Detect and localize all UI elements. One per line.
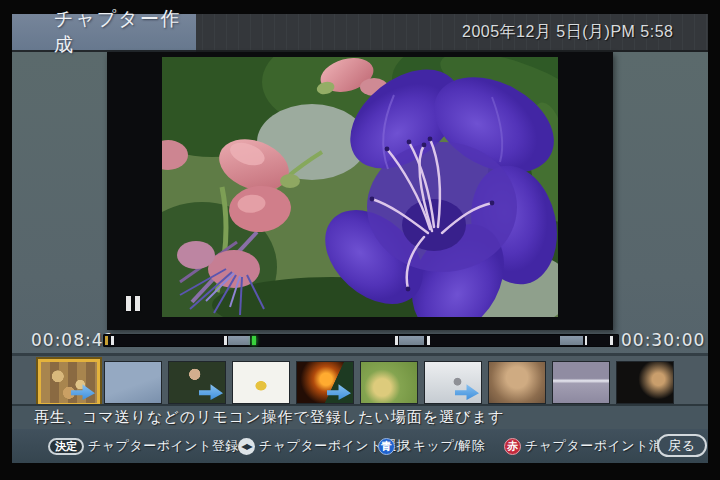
chapter-tick xyxy=(610,336,612,345)
skip-segment xyxy=(399,336,425,345)
instruction-bar: 再生、コマ送りなどのリモコン操作で登録したい場面を選びます xyxy=(12,404,708,429)
thumbnail-crowd-scene[interactable] xyxy=(40,361,98,404)
controls-bar: 決定 チャプターポイント登録 ◀▶ チャプターポイント選択 青 スキップ/解除 … xyxy=(12,429,708,463)
timeline-bar[interactable] xyxy=(103,334,619,347)
skip-segment xyxy=(560,336,583,345)
thumbnail-portrait-blur[interactable] xyxy=(488,361,546,404)
thumbnail-blue-sky[interactable] xyxy=(104,361,162,404)
video-frame[interactable] xyxy=(162,57,558,317)
thumbnail-news-anchor[interactable] xyxy=(168,361,226,404)
tv-screen: { "title_bar": { "title": "チャプター作成", "da… xyxy=(0,0,720,480)
skip-toggle-label: スキップ/解除 xyxy=(399,437,485,455)
page-title: チャプター作成 xyxy=(54,6,196,58)
page-title-panel: チャプター作成 xyxy=(12,14,196,52)
chapter-tick xyxy=(427,336,429,345)
skip-segment xyxy=(228,336,250,345)
total-time: 00:30:00 xyxy=(621,330,705,350)
skip-arrow-icon xyxy=(327,383,351,400)
start-marker xyxy=(105,336,108,345)
skip-toggle-control[interactable]: 青 スキップ/解除 xyxy=(378,429,485,463)
thumbnail-bright-figure[interactable] xyxy=(424,361,482,404)
red-button-icon: 赤 xyxy=(504,438,521,455)
chapter-tick xyxy=(111,336,113,345)
playhead-marker xyxy=(252,336,257,345)
pause-icon xyxy=(126,296,140,311)
chapter-tick xyxy=(224,336,226,345)
instruction-text: 再生、コマ送りなどのリモコン操作で登録したい場面を選びます xyxy=(34,408,504,427)
thumbnail-fire-scene[interactable] xyxy=(296,361,354,404)
datetime-label: 2005年12月 5日(月)PM 5:58 xyxy=(462,22,673,43)
thumbnail-purple-streak[interactable] xyxy=(552,361,610,404)
skip-arrow-icon xyxy=(455,383,479,400)
back-button[interactable]: 戻る xyxy=(657,434,707,457)
titlebar-datetime-area: 2005年12月 5日(月)PM 5:58 xyxy=(196,14,708,52)
left-right-arrows-icon: ◀▶ xyxy=(238,438,255,455)
register-chapter-control[interactable]: 決定 チャプターポイント登録 xyxy=(48,429,239,463)
enter-button-icon: 決定 xyxy=(48,438,84,455)
skip-arrow-icon xyxy=(71,383,95,400)
chapter-tick xyxy=(395,336,397,345)
blue-button-icon: 青 xyxy=(378,438,395,455)
thumbnail-dark-figure[interactable] xyxy=(616,361,674,404)
thumbnail-white-logo[interactable] xyxy=(232,361,290,404)
flower-video-still xyxy=(162,57,558,317)
chapter-tick xyxy=(585,336,587,345)
register-chapter-label: チャプターポイント登録 xyxy=(88,437,239,455)
thumbnail-drink-glass[interactable] xyxy=(360,361,418,404)
erase-chapter-label: チャプターポイント消去 xyxy=(525,437,676,455)
thumbnail-strip xyxy=(12,353,708,404)
skip-arrow-icon xyxy=(199,383,223,400)
erase-chapter-control[interactable]: 赤 チャプターポイント消去 xyxy=(504,429,676,463)
